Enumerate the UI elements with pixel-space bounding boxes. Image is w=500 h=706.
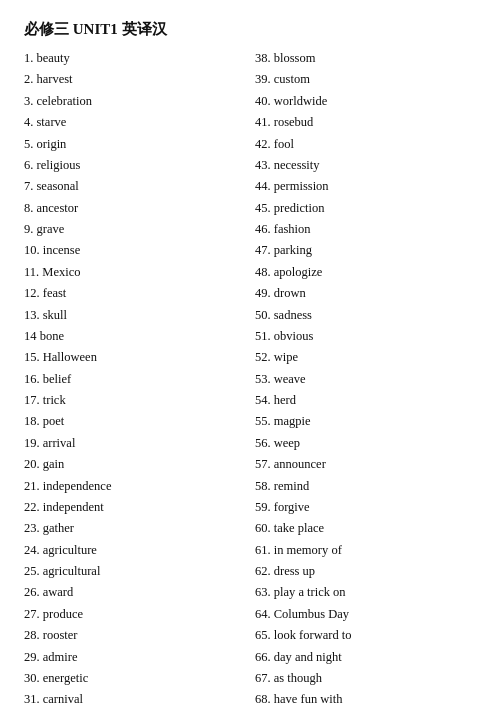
list-item: 13. skull: [24, 306, 245, 325]
list-item: 23. gather: [24, 519, 245, 538]
list-item: 20. gain: [24, 455, 245, 474]
list-item: 11. Mexico: [24, 263, 245, 282]
list-item: 31. carnival: [24, 690, 245, 706]
list-item: 10. incense: [24, 241, 245, 260]
list-item: 63. play a trick on: [255, 583, 476, 602]
list-item: 49. drown: [255, 284, 476, 303]
left-column: 1. beauty2. harvest3. celebration4. star…: [24, 49, 245, 706]
list-item: 40. worldwide: [255, 92, 476, 111]
list-item: 60. take place: [255, 519, 476, 538]
list-item: 41. rosebud: [255, 113, 476, 132]
list-item: 50. sadness: [255, 306, 476, 325]
list-item: 9. grave: [24, 220, 245, 239]
list-item: 12. feast: [24, 284, 245, 303]
list-item: 54. herd: [255, 391, 476, 410]
list-item: 21. independence: [24, 477, 245, 496]
list-item: 45. prediction: [255, 199, 476, 218]
list-item: 17. trick: [24, 391, 245, 410]
list-item: 48. apologize: [255, 263, 476, 282]
list-item: 65. look forward to: [255, 626, 476, 645]
list-item: 57. announcer: [255, 455, 476, 474]
list-item: 43. necessity: [255, 156, 476, 175]
list-item: 25. agricultural: [24, 562, 245, 581]
list-item: 52. wipe: [255, 348, 476, 367]
list-item: 18. poet: [24, 412, 245, 431]
list-item: 14 bone: [24, 327, 245, 346]
page-title: 必修三 UNIT1 英译汉: [24, 20, 476, 39]
list-item: 26. award: [24, 583, 245, 602]
list-item: 3. celebration: [24, 92, 245, 111]
list-item: 4. starve: [24, 113, 245, 132]
list-item: 29. admire: [24, 648, 245, 667]
list-item: 56. weep: [255, 434, 476, 453]
list-item: 46. fashion: [255, 220, 476, 239]
right-column: 38. blossom39. custom40. worldwide41. ro…: [255, 49, 476, 706]
list-item: 24. agriculture: [24, 541, 245, 560]
list-item: 62. dress up: [255, 562, 476, 581]
list-item: 38. blossom: [255, 49, 476, 68]
list-item: 15. Halloween: [24, 348, 245, 367]
list-item: 2. harvest: [24, 70, 245, 89]
list-item: 1. beauty: [24, 49, 245, 68]
list-item: 68. have fun with: [255, 690, 476, 706]
list-item: 7. seasonal: [24, 177, 245, 196]
list-item: 44. permission: [255, 177, 476, 196]
list-item: 8. ancestor: [24, 199, 245, 218]
list-item: 66. day and night: [255, 648, 476, 667]
list-item: 27. produce: [24, 605, 245, 624]
list-item: 55. magpie: [255, 412, 476, 431]
list-item: 16. belief: [24, 370, 245, 389]
list-item: 19. arrival: [24, 434, 245, 453]
list-item: 28. rooster: [24, 626, 245, 645]
list-item: 67. as though: [255, 669, 476, 688]
list-item: 64. Columbus Day: [255, 605, 476, 624]
list-item: 42. fool: [255, 135, 476, 154]
list-item: 30. energetic: [24, 669, 245, 688]
list-item: 61. in memory of: [255, 541, 476, 560]
list-item: 5. origin: [24, 135, 245, 154]
list-item: 53. weave: [255, 370, 476, 389]
list-item: 22. independent: [24, 498, 245, 517]
list-item: 51. obvious: [255, 327, 476, 346]
list-item: 39. custom: [255, 70, 476, 89]
list-item: 59. forgive: [255, 498, 476, 517]
list-item: 6. religious: [24, 156, 245, 175]
list-item: 47. parking: [255, 241, 476, 260]
list-item: 58. remind: [255, 477, 476, 496]
